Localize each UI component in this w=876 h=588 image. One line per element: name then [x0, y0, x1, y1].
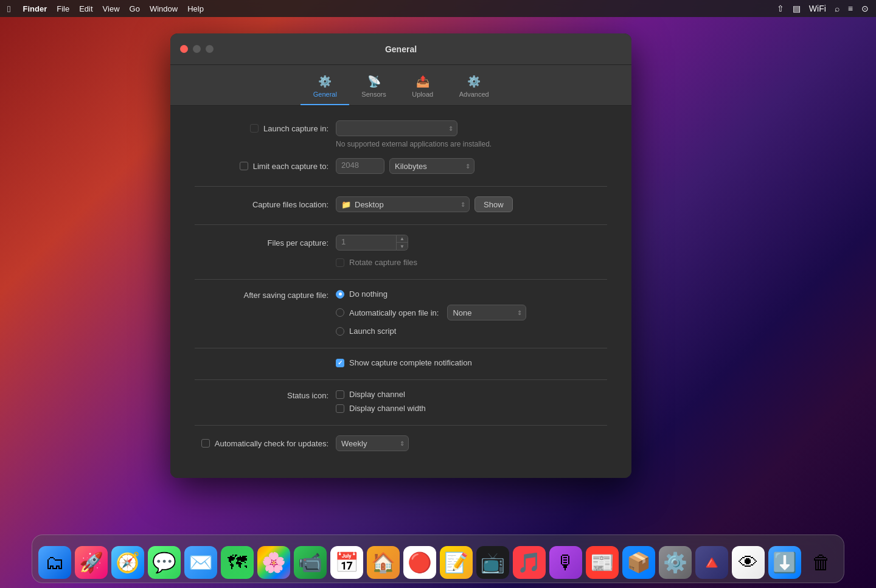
- launch-capture-select[interactable]: ⇕: [336, 120, 457, 136]
- dock-item-podcasts[interactable]: 🎙: [549, 546, 582, 579]
- display-channel-checkbox[interactable]: [336, 390, 344, 399]
- display-channel-width-checkbox[interactable]: [336, 404, 344, 413]
- dock-item-safari[interactable]: 🧭: [111, 546, 144, 579]
- menubar-file[interactable]: File: [57, 4, 69, 13]
- divider-5: [195, 379, 607, 380]
- display-channel-label: Display channel: [349, 390, 405, 399]
- preferences-window: General ⚙️ General 📡 Sensors 📤 Upload ⚙️…: [170, 33, 631, 478]
- show-button[interactable]: Show: [474, 196, 513, 212]
- tab-general-label: General: [313, 91, 337, 98]
- limit-capture-value: 2048: [341, 161, 359, 170]
- divider-2: [195, 224, 607, 225]
- auto-open-radio[interactable]: [336, 308, 344, 317]
- dock-item-news[interactable]: 📰: [586, 546, 619, 579]
- menubar-finder[interactable]: Finder: [23, 4, 47, 13]
- dock-item-downloader[interactable]: ⬇️: [768, 546, 801, 579]
- auto-updates-select-value: Weekly: [341, 439, 367, 448]
- show-notification-controls: Show capture complete notification: [336, 358, 472, 367]
- appletv-icon: 📺: [481, 551, 505, 574]
- menubar-edit[interactable]: Edit: [79, 4, 92, 13]
- stepper-down-button[interactable]: ▼: [397, 243, 408, 250]
- files-per-capture-controls: 1 ▲ ▼: [336, 235, 408, 251]
- files-per-capture-input[interactable]: 1: [336, 235, 397, 251]
- capture-location-arrow-icon: ⇕: [461, 201, 465, 208]
- capture-location-controls: 📁 Desktop ⇕ Show: [336, 196, 513, 212]
- dock-item-appletv[interactable]: 📺: [476, 546, 509, 579]
- launch-script-item: Launch script: [336, 327, 526, 336]
- tab-advanced[interactable]: ⚙️ Advanced: [447, 70, 501, 105]
- finder-icon: 🗂: [45, 552, 64, 574]
- notes-icon: 📝: [444, 551, 468, 574]
- dock-item-syspreferences[interactable]: ⚙️: [659, 546, 692, 579]
- display-channel-width-label: Display channel width: [349, 404, 426, 413]
- launch-capture-checkbox[interactable]: [250, 124, 259, 133]
- messages-icon: 💬: [152, 551, 176, 574]
- dock-item-reminders[interactable]: 🔴: [403, 546, 436, 579]
- search-icon[interactable]: ⌕: [835, 4, 839, 13]
- show-notification-label: Show capture complete notification: [349, 358, 472, 367]
- tab-general[interactable]: ⚙️ General: [301, 70, 349, 105]
- calendar-icon: 📅: [335, 551, 359, 574]
- limit-unit-value: Kilobytes: [395, 162, 427, 171]
- dock-item-finder[interactable]: 🗂: [38, 546, 71, 579]
- auto-open-select[interactable]: None ⇕: [447, 305, 526, 320]
- dock-item-appstore[interactable]: 📦: [622, 546, 655, 579]
- files-per-capture-value: 1: [341, 237, 346, 246]
- dock-item-launchpad[interactable]: 🚀: [75, 546, 108, 579]
- limit-unit-arrow-icon: ⇕: [465, 163, 470, 170]
- show-notification-checkbox[interactable]: [336, 359, 344, 367]
- folder-icon: 📁: [341, 200, 351, 209]
- dock-item-preview[interactable]: 👁: [732, 546, 765, 579]
- tab-bar: ⚙️ General 📡 Sensors 📤 Upload ⚙️ Advance…: [170, 65, 631, 106]
- limit-capture-checkbox[interactable]: [240, 162, 248, 170]
- close-button[interactable]: [180, 45, 188, 53]
- status-icon-label: Status icon:: [195, 390, 328, 400]
- maximize-button[interactable]: [206, 45, 214, 53]
- tab-advanced-label: Advanced: [459, 91, 489, 98]
- siri-icon[interactable]: ⊙: [861, 4, 869, 13]
- limit-unit-select[interactable]: Kilobytes ⇕: [389, 158, 474, 174]
- auto-updates-checkbox[interactable]: [201, 439, 210, 448]
- launch-capture-row: Launch capture in: ⇕: [195, 120, 607, 136]
- divider-6: [195, 425, 607, 426]
- dock-item-notes[interactable]: 📝: [440, 546, 473, 579]
- reminders-icon: 🔴: [408, 551, 432, 574]
- menubar-go[interactable]: Go: [130, 4, 140, 13]
- dock-item-maps[interactable]: 🗺: [221, 546, 254, 579]
- tab-upload-label: Upload: [412, 91, 433, 98]
- stepper-up-button[interactable]: ▲: [397, 235, 408, 243]
- capture-location-label: Capture files location:: [195, 200, 328, 209]
- trash-icon: 🗑: [812, 552, 831, 574]
- dock-item-photos[interactable]: 🌸: [257, 546, 290, 579]
- limit-capture-label-area: Limit each capture to:: [195, 162, 328, 171]
- do-nothing-radio[interactable]: [336, 290, 344, 299]
- dock-item-facetime[interactable]: 📹: [294, 546, 327, 579]
- control-center-icon[interactable]: ≡: [848, 4, 853, 13]
- apple-logo-icon[interactable]: : [7, 4, 10, 14]
- tab-sensors-label: Sensors: [361, 91, 386, 98]
- menubar-window[interactable]: Window: [150, 4, 178, 13]
- auto-updates-select[interactable]: Weekly ⇕: [336, 435, 409, 451]
- dock-item-trash[interactable]: 🗑: [805, 546, 838, 579]
- auto-updates-arrow-icon: ⇕: [400, 440, 405, 447]
- menubar-help[interactable]: Help: [187, 4, 204, 13]
- window-title: General: [385, 44, 417, 54]
- tab-sensors[interactable]: 📡 Sensors: [349, 70, 398, 105]
- dock-item-music[interactable]: 🎵: [513, 546, 546, 579]
- rotate-files-row: Rotate capture files: [195, 258, 607, 267]
- minimize-button[interactable]: [193, 45, 201, 53]
- launch-script-radio[interactable]: [336, 327, 344, 336]
- dock-item-calendar[interactable]: 📅: [330, 546, 363, 579]
- preview-icon: 👁: [739, 552, 758, 574]
- appstore-icon: 📦: [627, 551, 651, 574]
- dock-item-messages[interactable]: 💬: [148, 546, 181, 579]
- downloader-icon: ⬇️: [773, 551, 797, 574]
- menubar-view[interactable]: View: [103, 4, 120, 13]
- tab-upload[interactable]: 📤 Upload: [398, 70, 447, 105]
- rotate-files-checkbox[interactable]: [336, 258, 344, 267]
- limit-capture-input[interactable]: 2048: [336, 158, 384, 174]
- dock-item-homekit[interactable]: 🏠: [367, 546, 400, 579]
- capture-location-select[interactable]: 📁 Desktop ⇕: [336, 196, 470, 212]
- dock-item-mail[interactable]: ✉️: [184, 546, 217, 579]
- dock-item-vectorize[interactable]: 🔺: [695, 546, 728, 579]
